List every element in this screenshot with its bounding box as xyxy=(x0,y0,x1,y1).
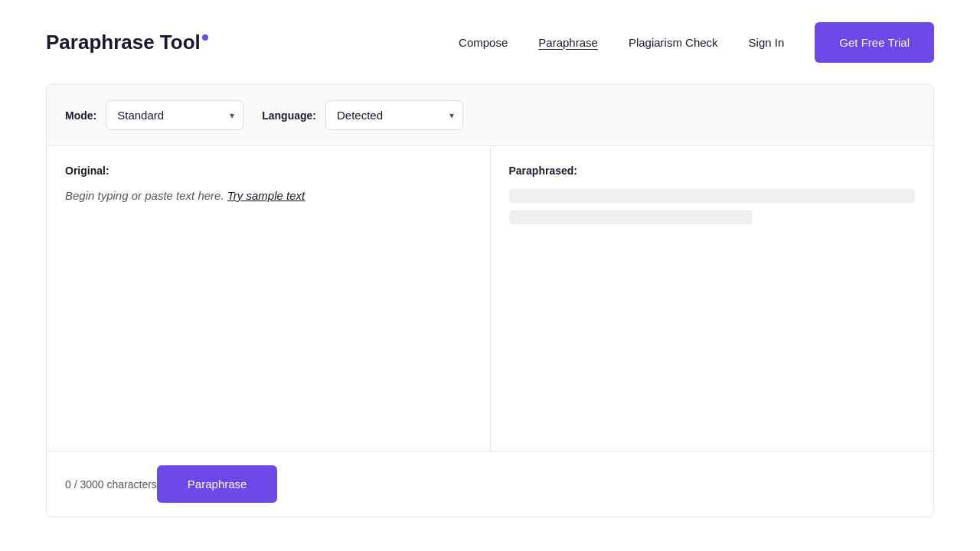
nav-compose[interactable]: Compose xyxy=(446,30,520,55)
language-select-wrapper: Detected English Spanish French German P… xyxy=(325,100,463,130)
try-sample-link[interactable]: Try sample text xyxy=(227,189,305,202)
logo-dot xyxy=(202,34,208,41)
footer-bar: 0 / 3000 characters Paraphrase xyxy=(46,452,934,517)
original-label: Original: xyxy=(65,165,472,177)
language-label: Language: xyxy=(262,109,316,122)
paraphrased-panel: Paraphrased: xyxy=(491,146,934,451)
logo[interactable]: Paraphrase Tool xyxy=(46,31,208,54)
language-control-group: Language: Detected English Spanish Frenc… xyxy=(262,100,463,130)
nav-sign-in[interactable]: Sign In xyxy=(737,30,797,55)
language-select[interactable]: Detected English Spanish French German P… xyxy=(325,100,463,130)
paraphrase-button[interactable]: Paraphrase xyxy=(157,465,278,503)
original-panel: Original: Begin typing or paste text her… xyxy=(47,146,491,451)
header: Paraphrase Tool Compose Paraphrase Plagi… xyxy=(0,0,980,84)
skeleton-line-1 xyxy=(509,189,916,203)
original-placeholder: Begin typing or paste text here. Try sam… xyxy=(65,189,472,202)
controls-bar: Mode: Standard Fluency Formal Academic S… xyxy=(46,84,934,145)
skeleton-lines xyxy=(509,189,916,224)
mode-label: Mode: xyxy=(65,109,96,122)
editor-container: Original: Begin typing or paste text her… xyxy=(46,145,934,452)
nav: Compose Paraphrase Plagiarism Check Sign… xyxy=(446,22,934,63)
placeholder-text: Begin typing or paste text here. xyxy=(65,189,224,202)
logo-text: Paraphrase Tool xyxy=(46,31,201,54)
skeleton-line-2 xyxy=(509,210,753,224)
get-free-trial-button[interactable]: Get Free Trial xyxy=(815,22,934,63)
nav-plagiarism-check[interactable]: Plagiarism Check xyxy=(616,30,730,55)
paraphrased-label: Paraphrased: xyxy=(509,165,916,177)
mode-control-group: Mode: Standard Fluency Formal Academic S… xyxy=(65,100,243,130)
mode-select-wrapper: Standard Fluency Formal Academic Simple … xyxy=(106,100,243,130)
nav-paraphrase[interactable]: Paraphrase xyxy=(526,30,610,55)
main-content: Mode: Standard Fluency Formal Academic S… xyxy=(0,84,980,517)
mode-select[interactable]: Standard Fluency Formal Academic Simple … xyxy=(106,100,243,130)
char-count: 0 / 3000 characters xyxy=(65,478,157,491)
